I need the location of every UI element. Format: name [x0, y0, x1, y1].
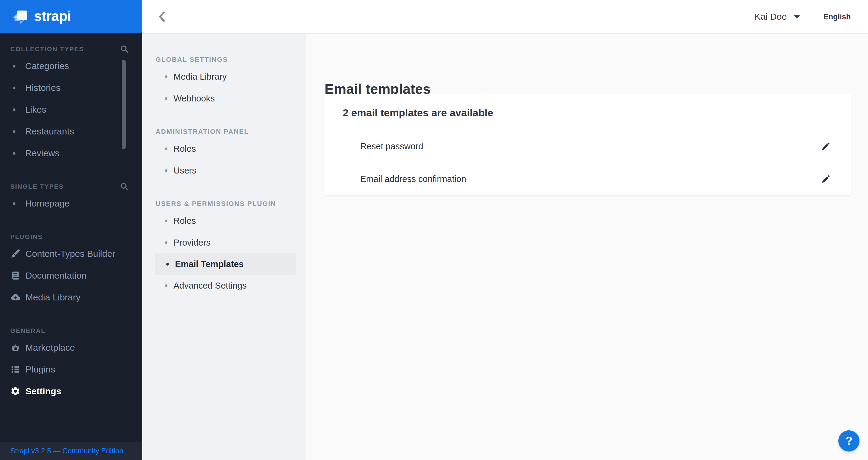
bullet-icon	[165, 148, 167, 150]
template-row-reset-password: Reset password	[324, 130, 851, 163]
sidebar-item-label: Media Library	[25, 292, 81, 303]
settings-item-email-templates[interactable]: Email Templates	[155, 253, 296, 275]
basket-icon	[10, 342, 21, 353]
template-label: Email address confirmation	[360, 174, 466, 184]
sidebar-scrollbar[interactable]	[122, 60, 126, 149]
template-row-email-confirmation: Email address confirmation	[324, 163, 851, 195]
list-icon	[10, 364, 21, 375]
edit-reset-password-button[interactable]	[819, 140, 832, 153]
gear-icon	[10, 386, 21, 396]
template-label: Reset password	[360, 142, 423, 151]
section-label: GENERAL	[10, 327, 46, 334]
email-templates-card: 2 email templates are available Reset pa…	[324, 94, 851, 195]
paintbrush-icon	[10, 249, 21, 259]
search-icon[interactable]	[120, 182, 129, 191]
topbar-divider	[813, 10, 813, 24]
bullet-icon	[166, 263, 169, 266]
template-list: Reset password Email address confirmatio…	[324, 130, 851, 195]
section-single-types: SINGLE TYPES Homepage	[0, 181, 142, 214]
bullet-icon	[13, 130, 16, 133]
language-selector[interactable]: English	[824, 12, 851, 21]
settings-item-up-roles[interactable]: Roles	[142, 210, 306, 232]
card-title: 2 email templates are available	[324, 94, 851, 119]
section-label: USERS & PERMISSIONS PLUGIN	[142, 198, 306, 210]
section-collection-types: COLLECTION TYPES Categories Histories Li…	[0, 43, 142, 164]
section-label: COLLECTION TYPES	[10, 45, 84, 53]
strapi-version-link[interactable]: Strapi v3.2.5 — Community Edition	[10, 447, 124, 455]
settings-item-providers[interactable]: Providers	[142, 232, 306, 253]
settings-item-label: Roles	[174, 144, 196, 154]
settings-item-label: Webhooks	[174, 94, 215, 103]
sidebar-item-plugins[interactable]: Plugins	[0, 359, 142, 380]
bullet-icon	[165, 219, 167, 222]
section-label: GLOBAL SETTINGS	[142, 54, 306, 66]
topbar: Kai Doe English	[142, 0, 868, 34]
sidebar-item-documentation[interactable]: Documentation	[0, 265, 142, 286]
sidebar-item-homepage[interactable]: Homepage	[0, 193, 142, 214]
settings-section-global: GLOBAL SETTINGS Media Library Webhooks	[142, 54, 306, 109]
settings-item-admin-roles[interactable]: Roles	[142, 138, 306, 160]
bullet-icon	[13, 152, 16, 155]
main-menu: COLLECTION TYPES Categories Histories Li…	[0, 33, 142, 402]
bullet-icon	[13, 109, 16, 111]
sidebar-item-label: Documentation	[25, 270, 87, 281]
sidebar-item-categories[interactable]: Categories	[0, 55, 142, 77]
sidebar-item-likes[interactable]: Likes	[0, 99, 142, 121]
strapi-logo[interactable]: strapi	[0, 0, 142, 33]
section-plugins: PLUGINS Content-Types Builder Documentat…	[0, 231, 142, 308]
sidebar-item-histories[interactable]: Histories	[0, 77, 142, 99]
sidebar-item-media-library[interactable]: Media Library	[0, 286, 142, 308]
pencil-icon	[821, 175, 830, 184]
sidebar-item-label: Categories	[25, 61, 69, 71]
back-button[interactable]	[142, 0, 182, 33]
book-icon	[10, 270, 21, 281]
settings-item-media-library[interactable]: Media Library	[142, 66, 306, 88]
settings-item-admin-users[interactable]: Users	[142, 160, 306, 181]
strapi-logo-icon	[11, 8, 28, 25]
sidebar-item-reviews[interactable]: Reviews	[0, 142, 142, 164]
bullet-icon	[165, 75, 167, 78]
edit-email-confirmation-button[interactable]	[819, 173, 832, 186]
sidebar-item-settings[interactable]: Settings	[0, 380, 142, 402]
section-label: ADMINISTRATION PANEL	[142, 126, 306, 138]
settings-item-webhooks[interactable]: Webhooks	[142, 88, 306, 109]
user-menu[interactable]: Kai Doe	[754, 11, 800, 22]
strapi-logo-text: strapi	[34, 7, 71, 26]
bullet-icon	[13, 87, 16, 89]
sidebar-footer: Strapi v3.2.5 — Community Edition	[0, 442, 142, 460]
search-icon[interactable]	[120, 44, 129, 54]
bullet-icon	[13, 65, 16, 67]
sidebar-item-marketplace[interactable]: Marketplace	[0, 337, 142, 359]
settings-item-advanced-settings[interactable]: Advanced Settings	[142, 275, 306, 297]
sidebar-item-restaurants[interactable]: Restaurants	[0, 121, 142, 142]
main-sidebar: strapi COLLECTION TYPES Categories Histo…	[0, 0, 142, 460]
bullet-icon	[165, 241, 167, 244]
settings-sidebar: GLOBAL SETTINGS Media Library Webhooks A…	[142, 34, 306, 460]
bullet-icon	[13, 202, 16, 205]
pencil-icon	[821, 142, 830, 151]
bullet-icon	[165, 284, 167, 287]
topbar-right: Kai Doe English	[754, 0, 851, 33]
section-label: SINGLE TYPES	[10, 183, 64, 190]
sidebar-item-label: Content-Types Builder	[25, 249, 115, 259]
sidebar-item-content-types-builder[interactable]: Content-Types Builder	[0, 243, 142, 265]
sidebar-item-label: Likes	[25, 104, 46, 115]
main-content: Email templates 2 email templates are av…	[306, 34, 868, 460]
bullet-icon	[165, 97, 167, 100]
chevron-left-icon	[157, 11, 167, 22]
sidebar-item-label: Histories	[25, 83, 61, 93]
settings-section-users-permissions: USERS & PERMISSIONS PLUGIN Roles Provide…	[142, 198, 306, 297]
user-name: Kai Doe	[754, 11, 787, 22]
sidebar-item-label: Restaurants	[25, 126, 74, 136]
sidebar-item-label: Settings	[25, 386, 61, 396]
help-button[interactable]: ?	[838, 430, 860, 452]
sidebar-item-label: Marketplace	[25, 342, 75, 353]
settings-section-administration: ADMINISTRATION PANEL Roles Users	[142, 126, 306, 181]
sidebar-item-label: Plugins	[25, 364, 55, 375]
settings-item-label: Advanced Settings	[174, 281, 247, 291]
bullet-icon	[165, 169, 167, 172]
section-label: PLUGINS	[10, 233, 43, 241]
settings-item-label: Users	[174, 166, 196, 176]
cloud-upload-icon	[10, 292, 21, 303]
sidebar-item-label: Reviews	[25, 148, 59, 158]
